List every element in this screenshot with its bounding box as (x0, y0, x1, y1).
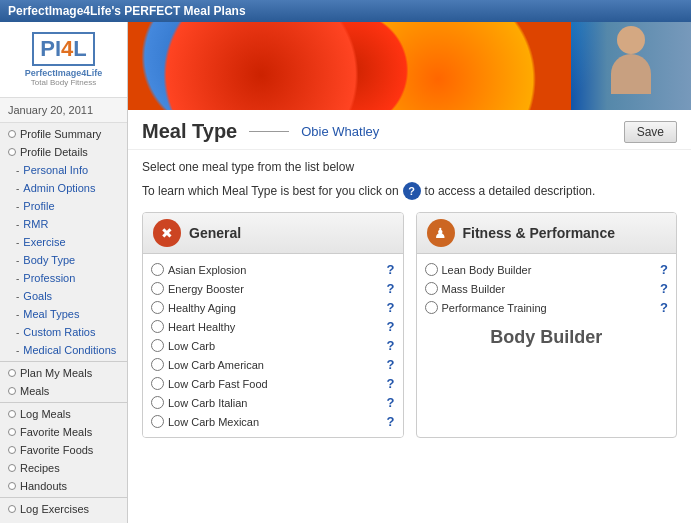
asian-explosion-radio[interactable] (151, 263, 164, 276)
sidebar-item-personal-info[interactable]: - Personal Info (0, 161, 127, 179)
sidebar-item-recipes[interactable]: Recipes (0, 459, 127, 477)
sidebar-item-profile-summary[interactable]: Profile Summary (0, 125, 127, 143)
sidebar-label: Handouts (20, 480, 67, 492)
general-title: General (189, 225, 241, 241)
sidebar-label: Personal Info (23, 164, 88, 176)
low-carb-mexican-label[interactable]: Low Carb Mexican (168, 416, 383, 428)
bullet: - (16, 183, 19, 194)
low-carb-italian-help-icon[interactable]: ? (387, 395, 395, 410)
performance-training-label[interactable]: Performance Training (442, 302, 657, 314)
sidebar-item-meals[interactable]: Meals (0, 382, 127, 400)
meal-option: Low Carb ? (151, 336, 395, 355)
sidebar-item-favorite-meals[interactable]: Favorite Meals (0, 423, 127, 441)
low-carb-fast-food-label[interactable]: Low Carb Fast Food (168, 378, 383, 390)
main-container: PI4L PerfectImage4Life Total Body Fitnes… (0, 22, 691, 523)
sidebar-label: Profile Summary (20, 128, 101, 140)
energy-booster-help-icon[interactable]: ? (387, 281, 395, 296)
meal-option: Healthy Aging ? (151, 298, 395, 317)
general-meal-type-box: ✖ General Asian Explosion ? Energy Boost… (142, 212, 404, 438)
sidebar-label: Plan My Meals (20, 367, 92, 379)
title-bar-label: PerfectImage4Life's PERFECT Meal Plans (8, 4, 246, 18)
bullet: - (16, 237, 19, 248)
healthy-aging-label[interactable]: Healthy Aging (168, 302, 383, 314)
low-carb-label[interactable]: Low Carb (168, 340, 383, 352)
banner-fruits (128, 22, 571, 110)
bullet: - (16, 345, 19, 356)
low-carb-fast-food-radio[interactable] (151, 377, 164, 390)
meal-option: Lean Body Builder ? (425, 260, 669, 279)
sidebar-item-body-type[interactable]: - Body Type (0, 251, 127, 269)
logo-name: PerfectImage4Life (10, 68, 117, 78)
sidebar-item-plan-my-meals[interactable]: Plan My Meals (0, 364, 127, 382)
sidebar-label: Meals (20, 385, 49, 397)
lean-body-builder-radio[interactable] (425, 263, 438, 276)
sidebar-item-meal-types[interactable]: - Meal Types (0, 305, 127, 323)
low-carb-italian-radio[interactable] (151, 396, 164, 409)
sidebar-item-handouts[interactable]: Handouts (0, 477, 127, 495)
asian-explosion-help-icon[interactable]: ? (387, 262, 395, 277)
fitness-icon: ♟ (427, 219, 455, 247)
sidebar-item-body-composition[interactable]: Body Composition (0, 518, 127, 523)
low-carb-mexican-radio[interactable] (151, 415, 164, 428)
sidebar-item-admin-options[interactable]: - Admin Options (0, 179, 127, 197)
heart-healthy-help-icon[interactable]: ? (387, 319, 395, 334)
sidebar-item-log-exercises[interactable]: Log Exercises (0, 500, 127, 518)
instruction2-pre: To learn which Meal Type is best for you… (142, 184, 399, 198)
energy-booster-label[interactable]: Energy Booster (168, 283, 383, 295)
sidebar-dot (8, 505, 16, 513)
low-carb-italian-label[interactable]: Low Carb Italian (168, 397, 383, 409)
lean-body-builder-help-icon[interactable]: ? (660, 262, 668, 277)
bullet: - (16, 201, 19, 212)
sidebar-item-profession[interactable]: - Profession (0, 269, 127, 287)
save-button[interactable]: Save (624, 121, 677, 143)
sidebar-item-exercise[interactable]: - Exercise (0, 233, 127, 251)
performance-training-help-icon[interactable]: ? (660, 300, 668, 315)
sidebar-item-favorite-foods[interactable]: Favorite Foods (0, 441, 127, 459)
logo-box: PI4L (32, 32, 95, 66)
sidebar-item-custom-ratios[interactable]: - Custom Ratios (0, 323, 127, 341)
fitness-title: Fitness & Performance (463, 225, 616, 241)
meal-option: Low Carb Italian ? (151, 393, 395, 412)
lean-body-builder-label[interactable]: Lean Body Builder (442, 264, 657, 276)
asian-explosion-label[interactable]: Asian Explosion (168, 264, 383, 276)
mass-builder-label[interactable]: Mass Builder (442, 283, 657, 295)
help-instruction: To learn which Meal Type is best for you… (142, 182, 677, 200)
low-carb-fast-food-help-icon[interactable]: ? (387, 376, 395, 391)
person-silhouette (601, 26, 661, 106)
meal-option: Asian Explosion ? (151, 260, 395, 279)
sidebar-dot (8, 387, 16, 395)
low-carb-american-label[interactable]: Low Carb American (168, 359, 383, 371)
performance-training-radio[interactable] (425, 301, 438, 314)
sidebar-item-profile[interactable]: - Profile (0, 197, 127, 215)
sidebar-item-goals[interactable]: - Goals (0, 287, 127, 305)
logo-area: PI4L PerfectImage4Life Total Body Fitnes… (0, 22, 127, 98)
low-carb-help-icon[interactable]: ? (387, 338, 395, 353)
sidebar-dot (8, 369, 16, 377)
sidebar-item-log-meals[interactable]: Log Meals (0, 405, 127, 423)
instruction2-post: to access a detailed description. (425, 184, 596, 198)
heart-healthy-radio[interactable] (151, 320, 164, 333)
sidebar-label: Profession (23, 272, 75, 284)
low-carb-american-help-icon[interactable]: ? (387, 357, 395, 372)
meal-option: Performance Training ? (425, 298, 669, 317)
healthy-aging-help-icon[interactable]: ? (387, 300, 395, 315)
mass-builder-radio[interactable] (425, 282, 438, 295)
energy-booster-radio[interactable] (151, 282, 164, 295)
logo-tagline: Total Body Fitness (10, 78, 117, 87)
sidebar-label: Log Exercises (20, 503, 89, 515)
healthy-aging-radio[interactable] (151, 301, 164, 314)
mass-builder-help-icon[interactable]: ? (660, 281, 668, 296)
low-carb-radio[interactable] (151, 339, 164, 352)
sidebar-label: Custom Ratios (23, 326, 95, 338)
heart-healthy-label[interactable]: Heart Healthy (168, 321, 383, 333)
help-icon[interactable]: ? (403, 182, 421, 200)
sidebar-item-medical-conditions[interactable]: - Medical Conditions (0, 341, 127, 359)
low-carb-american-radio[interactable] (151, 358, 164, 371)
sidebar-item-profile-details[interactable]: Profile Details (0, 143, 127, 161)
sidebar-item-rmr[interactable]: - RMR (0, 215, 127, 233)
low-carb-mexican-help-icon[interactable]: ? (387, 414, 395, 429)
bullet: - (16, 291, 19, 302)
bullet: - (16, 273, 19, 284)
meal-option: Energy Booster ? (151, 279, 395, 298)
content-body: Select one meal type from the list below… (128, 150, 691, 448)
